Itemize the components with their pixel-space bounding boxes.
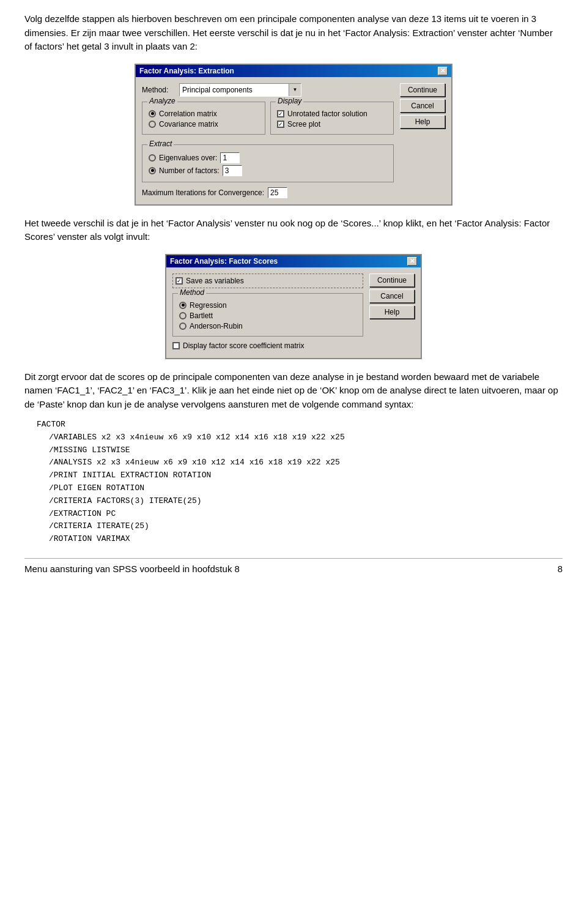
eigenvalues-radio[interactable] (149, 154, 156, 162)
factor-scores-dialog-container: Factor Analysis: Factor Scores ✕ Save as… (24, 254, 563, 359)
bartlett-label: Bartlett (190, 311, 213, 320)
extract-group-title: Extract (147, 140, 174, 148)
unrotated-factor-checkbox[interactable] (277, 110, 284, 117)
footer-left-text: Menu aansturing van SPSS voorbeeld in ho… (24, 564, 240, 574)
save-as-variables-option[interactable]: Save as variables (172, 274, 363, 288)
paragraph-2: Het tweede verschil is dat je in het ‘Fa… (24, 217, 563, 244)
extraction-dialog: Factor Analysis: Extraction ✕ Method: Pr… (135, 64, 452, 206)
extract-group: Extract Eigenvalues over: Number of fact… (142, 144, 394, 182)
extraction-help-button[interactable]: Help (400, 115, 445, 129)
scree-plot-option[interactable]: Scree plot (277, 120, 387, 129)
num-factors-option[interactable]: Number of factors: (149, 165, 387, 176)
code-block: FACTOR /VARIABLES x2 x3 x4nieuw x6 x9 x1… (37, 419, 563, 546)
code-line-5: /PRINT INITIAL EXTRACTION ROTATION (49, 469, 563, 482)
scree-plot-checkbox[interactable] (277, 121, 284, 128)
factor-scores-body: Save as variables Method Regression (166, 267, 421, 358)
close-button[interactable]: ✕ (438, 67, 448, 75)
code-line-9: /CRITERIA ITERATE(25) (49, 520, 563, 533)
analyze-group-content: Correlation matrix Covariance matrix (149, 110, 259, 129)
max-iter-label: Maximum Iterations for Convergence: (142, 188, 264, 197)
fs-titlebar-buttons: ✕ (407, 257, 417, 266)
paragraph-3: Dit zorgt ervoor dat de scores op de pri… (24, 370, 563, 412)
code-line-6: /PLOT EIGEN ROTATION (49, 482, 563, 495)
code-line-8: /EXTRACTION PC (49, 508, 563, 521)
code-line-3: /MISSING LISTWISE (49, 444, 563, 457)
code-line-1: FACTOR (37, 419, 563, 431)
correlation-matrix-label: Correlation matrix (159, 110, 217, 118)
method-row: Method: Principal components ▼ (142, 83, 394, 97)
unrotated-factor-option[interactable]: Unrotated factor solution (277, 110, 387, 118)
anderson-rubin-radio[interactable] (179, 322, 186, 330)
fs-method-group-title: Method (178, 288, 206, 297)
num-factors-radio[interactable] (149, 167, 156, 174)
fs-close-button[interactable]: ✕ (407, 257, 417, 266)
display-coeff-matrix-checkbox[interactable] (172, 342, 180, 349)
fs-method-content: Regression Bartlett Anderson-Rubin (179, 301, 356, 330)
code-line-4: /ANALYSIS x2 x3 x4nieuw x6 x9 x10 x12 x1… (49, 456, 563, 469)
method-select-wrapper[interactable]: Principal components ▼ (179, 83, 301, 97)
fs-help-button[interactable]: Help (369, 305, 415, 319)
paragraph-1: Volg dezelfde stappen als hierboven besc… (24, 12, 563, 54)
footer-right-page-number: 8 (558, 564, 563, 574)
display-group: Display Unrotated factor solution Scree … (270, 102, 394, 135)
analyze-group-title: Analyze (147, 97, 177, 105)
bartlett-option[interactable]: Bartlett (179, 311, 356, 320)
factor-scores-titlebar: Factor Analysis: Factor Scores ✕ (166, 255, 421, 267)
correlation-matrix-option[interactable]: Correlation matrix (149, 110, 259, 118)
fs-continue-button[interactable]: Continue (369, 274, 415, 287)
scree-plot-label: Scree plot (287, 120, 320, 129)
code-line-10: /ROTATION VARIMAX (49, 533, 563, 546)
eigenvalues-option[interactable]: Eigenvalues over: (149, 152, 387, 163)
fs-cancel-button[interactable]: Cancel (369, 289, 415, 303)
display-group-content: Unrotated factor solution Scree plot (277, 110, 387, 129)
correlation-matrix-radio[interactable] (149, 110, 156, 117)
method-label: Method: (142, 86, 175, 94)
extraction-cancel-button[interactable]: Cancel (400, 99, 445, 113)
anderson-rubin-label: Anderson-Rubin (190, 322, 243, 330)
max-iter-row: Maximum Iterations for Convergence: (142, 187, 394, 198)
extraction-dialog-side-buttons: Continue Cancel Help (400, 83, 445, 198)
covariance-matrix-label: Covariance matrix (159, 120, 218, 129)
num-factors-input[interactable] (223, 165, 242, 176)
code-line-2: /VARIABLES x2 x3 x4nieuw x6 x9 x10 x12 x… (49, 431, 563, 444)
display-group-title: Display (276, 97, 303, 105)
covariance-matrix-option[interactable]: Covariance matrix (149, 120, 259, 129)
fs-side-buttons: Continue Cancel Help (369, 274, 415, 352)
method-select[interactable]: Principal components ▼ (179, 83, 301, 97)
two-col-groups: Analyze Correlation matrix Covariance ma… (142, 102, 394, 140)
save-as-variables-label: Save as variables (186, 277, 244, 285)
regression-radio[interactable] (179, 302, 186, 309)
num-factors-label: Number of factors: (159, 166, 220, 175)
fs-method-group: Method Regression Bartlett (172, 293, 363, 337)
analyze-group: Analyze Correlation matrix Covariance ma… (142, 102, 265, 135)
dropdown-arrow-icon[interactable]: ▼ (289, 84, 301, 96)
extraction-dialog-title: Factor Analysis: Extraction (139, 67, 234, 75)
regression-label: Regression (190, 301, 227, 310)
eigenvalues-label: Eigenvalues over: (159, 154, 217, 162)
display-coeff-matrix-option[interactable]: Display factor score coefficient matrix (172, 341, 363, 350)
factor-scores-title: Factor Analysis: Factor Scores (170, 257, 278, 266)
extract-group-content: Eigenvalues over: Number of factors: (149, 152, 387, 176)
extraction-dialog-container: Factor Analysis: Extraction ✕ Method: Pr… (24, 64, 563, 206)
covariance-matrix-radio[interactable] (149, 121, 156, 128)
regression-option[interactable]: Regression (179, 301, 356, 310)
extraction-dialog-titlebar: Factor Analysis: Extraction ✕ (136, 65, 451, 77)
extraction-dialog-body: Method: Principal components ▼ Analyze (136, 77, 451, 204)
eigenvalues-input[interactable] (220, 152, 240, 163)
anderson-rubin-option[interactable]: Anderson-Rubin (179, 322, 356, 330)
method-value: Principal components (182, 86, 253, 94)
save-as-variables-checkbox[interactable] (175, 277, 183, 285)
titlebar-buttons: ✕ (438, 67, 448, 75)
bartlett-radio[interactable] (179, 312, 186, 319)
max-iter-input[interactable] (268, 187, 287, 198)
footer: Menu aansturing van SPSS voorbeeld in ho… (24, 558, 563, 574)
code-line-7: /CRITERIA FACTORS(3) ITERATE(25) (49, 495, 563, 508)
extraction-continue-button[interactable]: Continue (400, 83, 445, 97)
factor-scores-dialog: Factor Analysis: Factor Scores ✕ Save as… (165, 254, 422, 359)
unrotated-factor-label: Unrotated factor solution (287, 110, 367, 118)
display-coeff-matrix-label: Display factor score coefficient matrix (183, 341, 305, 350)
